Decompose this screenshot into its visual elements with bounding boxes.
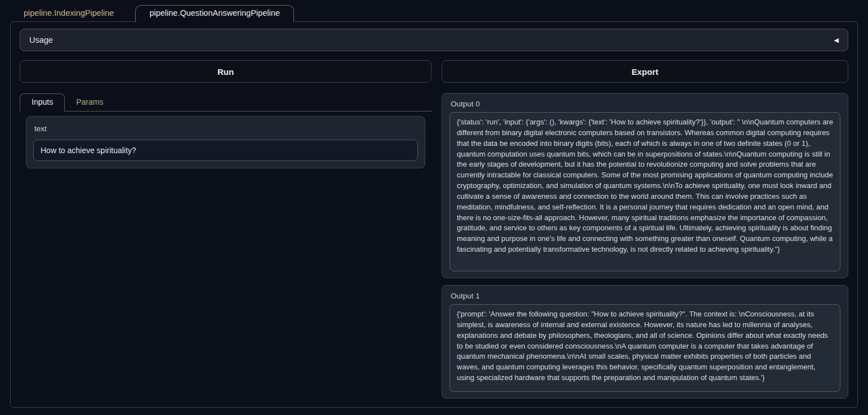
tab-question-answering-pipeline[interactable]: pipeline.QuestionAnsweringPipeline [135, 5, 293, 23]
usage-accordion[interactable]: Usage ◀ [20, 29, 848, 51]
tab-indexing-pipeline[interactable]: pipeline.IndexingPipeline [10, 6, 127, 22]
pipeline-tabbar: pipeline.IndexingPipeline pipeline.Quest… [10, 4, 868, 21]
output-1-textarea[interactable]: {'prompt': 'Answer the following questio… [449, 304, 840, 392]
app-root: pipeline.IndexingPipeline pipeline.Quest… [0, 4, 868, 408]
output-column: Export Output 0 {'status': 'run', 'input… [442, 60, 848, 405]
output-1-label: Output 1 [451, 292, 839, 300]
inputs-tab-panel: text [20, 111, 431, 168]
usage-accordion-label: Usage [29, 35, 53, 44]
accordion-collapse-icon: ◀ [834, 37, 839, 43]
output-0-label: Output 0 [451, 100, 839, 108]
text-input[interactable] [33, 140, 418, 161]
tab-inputs[interactable]: Inputs [20, 93, 65, 111]
output-0-textarea[interactable]: {'status': 'run', 'input': {'args': (), … [449, 112, 840, 271]
output-0-block: Output 0 {'status': 'run', 'input': {'ar… [442, 93, 848, 278]
pipeline-tab-panel: Usage ◀ Run Inputs Params text Export [10, 21, 858, 408]
tab-params[interactable]: Params [65, 94, 114, 111]
input-column: Run Inputs Params text [20, 60, 431, 405]
main-columns: Run Inputs Params text Export Output 0 {… [20, 60, 848, 405]
export-button[interactable]: Export [442, 60, 848, 83]
output-1-block: Output 1 {'prompt': 'Answer the followin… [442, 285, 848, 399]
text-input-label: text [34, 124, 417, 133]
run-button[interactable]: Run [20, 60, 431, 83]
io-tabbar: Inputs Params [20, 93, 431, 111]
text-input-block: text [26, 116, 425, 168]
